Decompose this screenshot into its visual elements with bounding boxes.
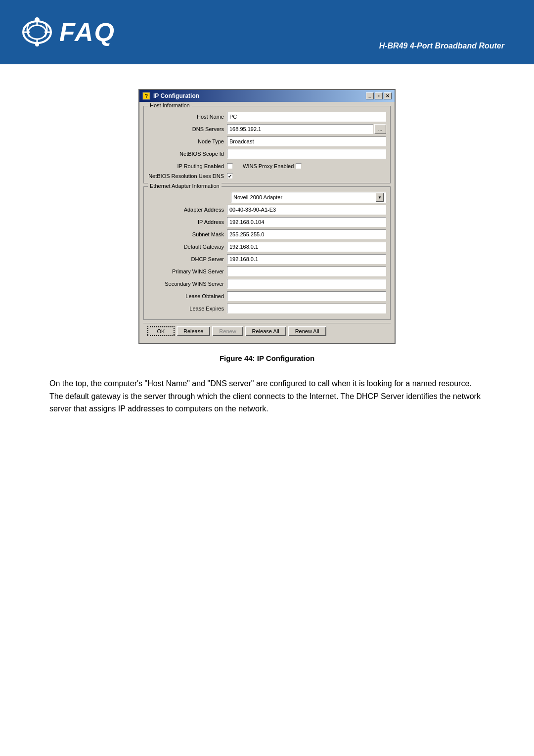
dns-servers-label: DNS Servers [148, 126, 227, 132]
svg-point-6 [35, 43, 39, 46]
netbios-dns-label: NetBIOS Resolution Uses DNS [148, 173, 227, 179]
netbios-scope-label: NetBIOS Scope Id [148, 151, 227, 157]
faq-logo-icon [20, 12, 54, 52]
primary-wins-label: Primary WINS Server [148, 268, 227, 274]
button-bar: OK Release Renew Release All Renew All [143, 323, 391, 339]
netbios-dns-checkbox[interactable]: ✔ [227, 173, 233, 179]
default-gateway-label: Default Gateway [148, 244, 227, 250]
dhcp-server-label: DHCP Server [148, 256, 227, 262]
dhcp-server-row: DHCP Server 192.168.0.1 [148, 254, 386, 265]
host-name-value: PC [227, 112, 386, 122]
lease-obtained-label: Lease Obtained [148, 293, 227, 299]
lease-expires-value [227, 304, 386, 313]
adapter-dropdown-value: Novell 2000 Adapter [233, 194, 282, 200]
default-gateway-row: Default Gateway 192.168.0.1 [148, 241, 386, 252]
logo-container: FAQ [20, 12, 115, 52]
primary-wins-value [227, 267, 386, 276]
header-subtitle: H-BR49 4-Port Broadband Router [379, 42, 504, 50]
dns-servers-row: DNS Servers 168.95.192.1 ... [148, 124, 386, 134]
dialog-titlebar: ? IP Configuration _ ▫ ✕ [139, 90, 395, 102]
node-type-value: Broadcast [227, 136, 386, 146]
ethernet-group-content: Novell 2000 Adapter ▼ Adapter Address 00… [148, 192, 386, 314]
host-name-label: Host Name [148, 114, 227, 120]
netbios-scope-row: NetBIOS Scope Id [148, 148, 386, 159]
dns-servers-value: 168.95.192.1 [227, 124, 373, 134]
dns-row-container: 168.95.192.1 ... [227, 124, 386, 134]
dialog-icon: ? [142, 92, 150, 100]
renew-all-button[interactable]: Renew All [288, 326, 326, 336]
ip-routing-checkbox[interactable] [227, 163, 233, 169]
subnet-mask-value: 255.255.255.0 [227, 229, 386, 239]
ethernet-group-legend: Ethernet Adapter Information [148, 183, 222, 189]
default-gateway-value: 192.168.0.1 [227, 242, 386, 252]
host-group-content: Host Name PC DNS Servers 168.95.192.1 ..… [148, 111, 386, 179]
host-information-group: Host Information Host Name PC DNS Server… [143, 106, 391, 183]
wins-proxy-label: WINS Proxy Enabled [243, 163, 294, 169]
secondary-wins-row: Secondary WINS Server [148, 278, 386, 289]
primary-wins-row: Primary WINS Server [148, 266, 386, 277]
main-content: ? IP Configuration _ ▫ ✕ Host Informatio… [0, 64, 534, 435]
adapter-address-value: 00-40-33-90-A1-E3 [227, 205, 386, 215]
adapter-address-row: Adapter Address 00-40-33-90-A1-E3 [148, 204, 386, 215]
release-all-button[interactable]: Release All [245, 326, 286, 336]
lease-obtained-value [227, 291, 386, 301]
dialog-container: ? IP Configuration _ ▫ ✕ Host Informatio… [138, 89, 396, 344]
netbios-scope-value [227, 149, 386, 159]
dhcp-server-value: 192.168.0.1 [227, 254, 386, 264]
lease-expires-row: Lease Expires [148, 303, 386, 314]
node-type-row: Node Type Broadcast [148, 136, 386, 147]
ip-address-row: IP Address 192.168.0.104 [148, 217, 386, 227]
ok-button[interactable]: OK [147, 326, 175, 336]
body-text: On the top, the computer's "Host Name" a… [49, 377, 485, 415]
svg-text:?: ? [145, 93, 148, 99]
ip-config-dialog: ? IP Configuration _ ▫ ✕ Host Informatio… [138, 89, 396, 344]
host-name-row: Host Name PC [148, 111, 386, 122]
close-button[interactable]: ✕ [384, 92, 392, 99]
wins-proxy-checkbox[interactable] [296, 163, 302, 169]
secondary-wins-label: Secondary WINS Server [148, 281, 227, 287]
minimize-button[interactable]: _ [366, 92, 374, 99]
page-header: FAQ H-BR49 4-Port Broadband Router [0, 0, 534, 64]
netbios-dns-row: NetBIOS Resolution Uses DNS ✔ [148, 173, 386, 179]
release-button[interactable]: Release [177, 326, 210, 336]
dialog-title-left: ? IP Configuration [142, 92, 199, 100]
subnet-mask-row: Subnet Mask 255.255.255.0 [148, 229, 386, 240]
ip-routing-row: IP Routing Enabled WINS Proxy Enabled [148, 161, 386, 172]
adapter-address-label: Adapter Address [148, 207, 227, 213]
lease-expires-label: Lease Expires [148, 306, 227, 311]
ip-routing-label: IP Routing Enabled [148, 163, 227, 169]
dialog-title-text: IP Configuration [153, 92, 199, 99]
adapter-dropdown-row: Novell 2000 Adapter ▼ [231, 192, 386, 203]
ethernet-adapter-group: Ethernet Adapter Information Novell 2000… [143, 186, 391, 320]
node-type-label: Node Type [148, 138, 227, 144]
secondary-wins-value [227, 279, 386, 289]
subnet-mask-label: Subnet Mask [148, 231, 227, 237]
lease-obtained-row: Lease Obtained [148, 291, 386, 302]
svg-point-4 [35, 17, 40, 22]
dialog-body: Host Information Host Name PC DNS Server… [139, 102, 395, 343]
svg-point-1 [28, 25, 46, 39]
renew-button[interactable]: Renew [212, 326, 243, 336]
dns-browse-button[interactable]: ... [374, 124, 386, 134]
dropdown-arrow-icon[interactable]: ▼ [376, 193, 384, 202]
dialog-controls: _ ▫ ✕ [366, 92, 392, 99]
page-title: FAQ [59, 17, 115, 47]
ip-address-value: 192.168.0.104 [227, 217, 386, 227]
maximize-button[interactable]: ▫ [375, 92, 383, 99]
adapter-dropdown[interactable]: Novell 2000 Adapter ▼ [231, 192, 386, 203]
ip-address-label: IP Address [148, 219, 227, 225]
wins-proxy-container: WINS Proxy Enabled [233, 163, 386, 169]
figure-caption: Figure 44: IP Configuration [49, 354, 485, 362]
host-group-legend: Host Information [148, 102, 192, 108]
